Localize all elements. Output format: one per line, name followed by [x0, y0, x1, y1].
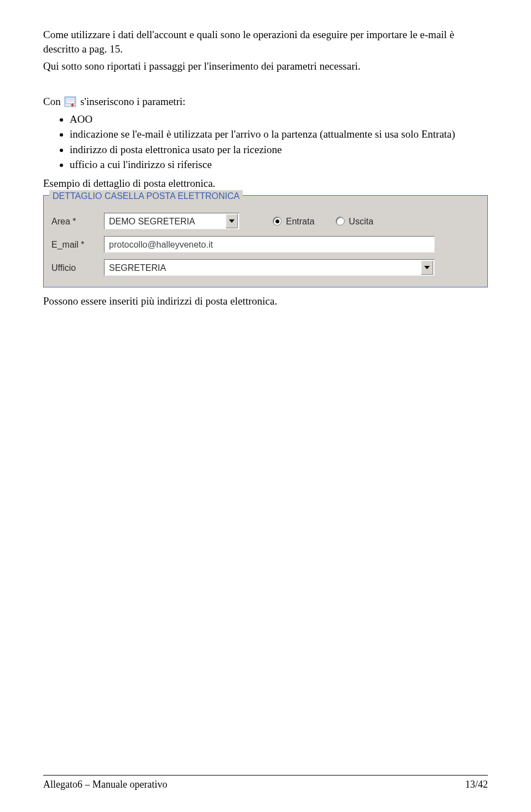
panel-title: DETTAGLIO CASELLA POSTA ELETTRONICA [49, 190, 243, 202]
row-ufficio: Ufficio SEGRETERIA [44, 256, 487, 279]
bullet-indirizzo: indirizzo di posta elettronica usato per… [70, 143, 488, 157]
dropdown-arrow-icon[interactable] [226, 214, 238, 228]
label-ufficio: Ufficio [51, 262, 104, 274]
ufficio-select[interactable]: SEGRETERIA [104, 259, 435, 276]
email-field[interactable]: protocollo@halleyveneto.it [104, 236, 435, 253]
bullet-aoo: AOO [70, 112, 488, 127]
bullet-indicazione: indicazione se l'e-mail è utilizzata per… [70, 127, 488, 142]
intro-text-1b: Qui sotto sono riportati i passaggi per … [43, 60, 361, 72]
label-email: E_mail * [51, 239, 104, 251]
radio-uscita[interactable]: Uscita [336, 216, 373, 228]
closing-paragraph: Possono essere inseriti più indirizzi di… [43, 294, 488, 308]
page-footer: Allegato6 – Manuale operativo 13/42 [43, 775, 488, 791]
params-prefix: Con [43, 96, 61, 107]
detail-panel: DETTAGLIO CASELLA POSTA ELETTRONICA Area… [43, 195, 488, 288]
row-email: E_mail * protocollo@halleyveneto.it [44, 233, 487, 256]
ufficio-select-value: SEGRETERIA [109, 262, 166, 274]
params-intro: Con s'inseriscono i parametri: [43, 95, 488, 109]
label-area: Area * [51, 216, 104, 228]
radio-entrata[interactable]: Entrata [273, 216, 315, 228]
dropdown-arrow-icon[interactable] [421, 260, 433, 275]
bullet-ufficio: ufficio a cui l'indirizzo si riferisce [70, 158, 488, 172]
email-value: protocollo@halleyveneto.it [109, 239, 213, 251]
radio-uscita-label: Uscita [349, 216, 373, 228]
footer-right: 13/42 [465, 778, 488, 791]
params-bullets: AOO indicazione se l'e-mail è utilizzata… [43, 112, 488, 172]
row-area: Area * DEMO SEGRETERIA Entrata Uscita [44, 209, 487, 233]
intro-paragraph-2: Qui sotto sono riportati i passaggi per … [43, 59, 488, 74]
radio-entrata-label: Entrata [286, 216, 315, 228]
new-row-icon [64, 96, 76, 107]
area-select-value: DEMO SEGRETERIA [109, 216, 195, 228]
intro-text-1a: Come utilizzare i dati dell'account e qu… [43, 29, 454, 55]
area-select[interactable]: DEMO SEGRETERIA [104, 213, 240, 229]
radio-dot-icon [273, 217, 282, 226]
radio-dot-icon [336, 217, 345, 226]
svg-rect-1 [66, 98, 75, 103]
footer-left: Allegato6 – Manuale operativo [43, 778, 167, 791]
example-intro: Esempio di dettaglio di posta elettronic… [43, 176, 488, 191]
intro-paragraph-1: Come utilizzare i dati dell'account e qu… [43, 28, 488, 56]
params-suffix: s'inseriscono i parametri: [80, 96, 185, 107]
direction-radio-group: Entrata Uscita [273, 216, 373, 228]
